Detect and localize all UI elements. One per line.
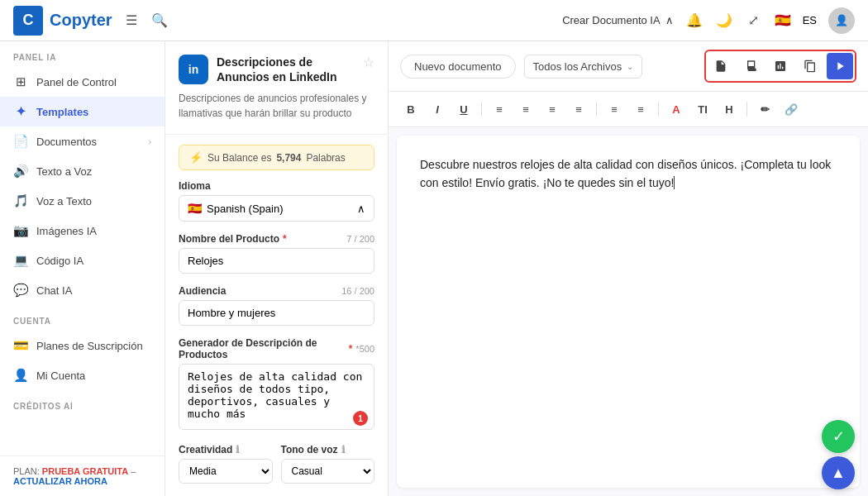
nombre-req: * <box>283 233 287 245</box>
editor-toolbar-top: Nuevo documento Todos los Archivos ⌄ <box>389 41 868 92</box>
new-doc-button[interactable]: Nuevo documento <box>400 55 516 79</box>
template-logo: in <box>179 55 208 84</box>
plan-upgrade-link[interactable]: ACTUALIZAR AHORA <box>13 476 107 486</box>
documentos-icon: 📄 <box>13 134 28 149</box>
idioma-select-inner: 🇪🇸 Spanish (Spain) <box>188 202 284 215</box>
fmt-bold[interactable]: B <box>400 98 422 120</box>
creatividad-label: Creatividad ℹ <box>179 444 273 455</box>
sidebar-codigo-label: Código IA <box>36 255 151 267</box>
fmt-align-right[interactable]: ≡ <box>541 98 563 120</box>
creatividad-tono-row: Creatividad ℹ Media Tono de voz ℹ <box>179 444 374 495</box>
sidebar-voz-texto-label: Voz a Texto <box>36 195 151 207</box>
nombre-input[interactable] <box>179 248 374 274</box>
expand-icon[interactable]: ⤢ <box>745 12 763 30</box>
fmt-italic[interactable]: I <box>427 98 448 120</box>
logo-box: C <box>13 6 43 36</box>
idioma-value: Spanish (Spain) <box>207 203 284 215</box>
fmt-draw[interactable]: ✏ <box>754 98 775 120</box>
fmt-align-center[interactable]: ≡ <box>515 98 537 120</box>
generador-max: *500 <box>355 344 374 354</box>
idioma-flag: 🇪🇸 <box>188 202 202 215</box>
editor-icon-btn-3[interactable] <box>767 53 794 79</box>
codigo-icon: 💻 <box>13 253 28 268</box>
cuenta-label: CUENTA <box>0 305 165 331</box>
search-icon[interactable]: 🔍 <box>150 12 169 30</box>
form-panel: in Descripciones de Anuncios en LinkedIn… <box>165 41 389 496</box>
form-body: Idioma 🇪🇸 Spanish (Spain) ∧ Nombre del P… <box>165 180 388 496</box>
crear-documento-btn[interactable]: Crear Documento IA ∧ <box>562 14 674 26</box>
fmt-heading[interactable]: H <box>718 98 740 120</box>
template-star[interactable]: ☆ <box>363 55 374 70</box>
panelia-label: PANEL IA <box>0 41 165 67</box>
sidebar: PANEL IA ⊞ Panel de Control ✦ Templates … <box>0 41 165 496</box>
balance-unit: Palabras <box>306 152 345 164</box>
sidebar-item-mi-cuenta[interactable]: 👤 Mi Cuenta <box>0 360 165 390</box>
documentos-arrow: › <box>149 137 151 146</box>
bell-icon[interactable]: 🔔 <box>685 12 703 30</box>
fmt-font-color[interactable]: A <box>665 98 687 120</box>
editor-icon-btn-4[interactable] <box>797 53 823 79</box>
editor-icon-btn-2[interactable] <box>737 53 764 79</box>
generador-label: Generador de Descripción de Productos * … <box>179 337 374 360</box>
editor-icon-btn-1[interactable] <box>708 53 734 79</box>
fab-check-button[interactable]: ✓ <box>822 420 855 453</box>
editor-format-bar: B I U ≡ ≡ ≡ ≡ ≡ ≡ A TI H ✏ 🔗 <box>389 92 868 127</box>
balance-text: Su Balance es <box>207 152 271 164</box>
sidebar-item-panel-control[interactable]: ⊞ Panel de Control <box>0 67 165 97</box>
fmt-ordered-list[interactable]: ≡ <box>603 98 625 120</box>
mi-cuenta-icon: 👤 <box>13 368 28 383</box>
audiencia-label: Audiencia 16 / 200 <box>179 285 374 297</box>
fmt-font-size[interactable]: TI <box>692 98 713 120</box>
nombre-label: Nombre del Producto * 7 / 200 <box>179 233 374 245</box>
sidebar-item-texto-voz[interactable]: 🔊 Texto a Voz <box>0 156 165 186</box>
editor-text: Descubre nuestros relojes de alta calida… <box>420 158 831 189</box>
audiencia-input[interactable] <box>179 300 374 326</box>
sidebar-item-imagenes[interactable]: 📷 Imágenes IA <box>0 216 165 246</box>
language-flag[interactable]: 🇪🇸 <box>775 12 791 28</box>
fmt-underline[interactable]: U <box>453 98 475 120</box>
generador-req: * <box>349 343 353 355</box>
editor-icon-btn-5[interactable] <box>827 53 853 79</box>
moon-icon[interactable]: 🌙 <box>715 12 733 30</box>
fmt-link[interactable]: 🔗 <box>780 98 802 120</box>
sidebar-item-documentos[interactable]: 📄 Documentos › <box>0 126 165 156</box>
template-header: in Descripciones de Anuncios en LinkedIn… <box>165 41 388 135</box>
sidebar-documentos-label: Documentos <box>36 136 141 148</box>
sidebar-item-chat-ia[interactable]: 💬 Chat IA <box>0 275 165 305</box>
fmt-align-justify[interactable]: ≡ <box>568 98 589 120</box>
menu-icon[interactable]: ☰ <box>122 12 141 30</box>
creatividad-select[interactable]: Media <box>179 459 273 484</box>
voz-texto-icon: 🎵 <box>13 193 28 208</box>
creatividad-info-icon: ℹ <box>236 444 240 455</box>
chat-ia-icon: 💬 <box>13 283 28 298</box>
fmt-align-left[interactable]: ≡ <box>489 98 510 120</box>
audiencia-group: Audiencia 16 / 200 <box>179 285 374 326</box>
fab-up-button[interactable]: ▲ <box>822 456 855 489</box>
fab-check-icon: ✓ <box>832 427 845 446</box>
user-avatar[interactable]: 👤 <box>828 7 855 34</box>
main-layout: PANEL IA ⊞ Panel de Control ✦ Templates … <box>0 41 868 496</box>
idioma-label: Idioma <box>179 180 374 192</box>
fmt-divider-4 <box>746 102 747 117</box>
tono-select[interactable]: Casual <box>281 459 375 484</box>
app-logo[interactable]: C Copyter <box>13 6 112 36</box>
generador-textarea[interactable]: Relojes de alta calidad con diseños de t… <box>179 364 374 430</box>
idioma-arrow: ∧ <box>357 203 365 215</box>
generador-group: Generador de Descripción de Productos * … <box>179 337 374 432</box>
fmt-unordered-list[interactable]: ≡ <box>630 98 651 120</box>
balance-icon: ⚡ <box>189 151 203 164</box>
template-description: Descripciones de anuncios profesionales … <box>179 91 374 121</box>
editor-content[interactable]: Descubre nuestros relojes de alta calida… <box>397 136 860 488</box>
sidebar-item-codigo[interactable]: 💻 Código IA <box>0 246 165 275</box>
files-select[interactable]: Todos los Archivos ⌄ <box>524 55 643 79</box>
sidebar-item-planes[interactable]: 💳 Planes de Suscripción <box>0 331 165 360</box>
fab-up-icon: ▲ <box>831 465 846 482</box>
sidebar-item-templates[interactable]: ✦ Templates <box>0 97 165 126</box>
template-title: Descripciones de Anuncios en LinkedIn <box>217 55 355 84</box>
sidebar-texto-voz-label: Texto a Voz <box>36 165 151 178</box>
sidebar-planes-label: Planes de Suscripción <box>36 340 151 352</box>
sidebar-item-voz-texto[interactable]: 🎵 Voz a Texto <box>0 186 165 216</box>
fmt-divider-2 <box>596 102 597 117</box>
templates-icon: ✦ <box>13 104 28 119</box>
idioma-select[interactable]: 🇪🇸 Spanish (Spain) ∧ <box>179 195 374 222</box>
